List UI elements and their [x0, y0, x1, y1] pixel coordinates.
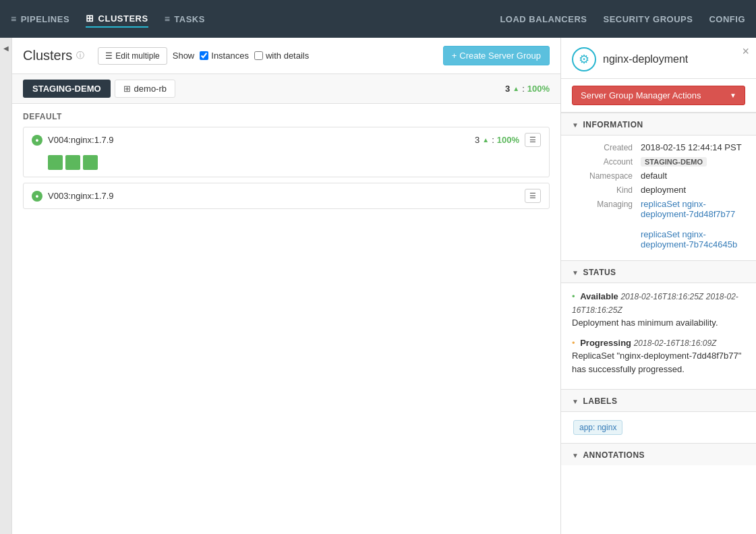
instances-checkbox-group[interactable]: Instances — [200, 51, 249, 61]
instances-checkbox[interactable] — [200, 51, 208, 60]
status-time-available: 2018-02-16T18:16:25Z — [620, 292, 703, 301]
info-icon[interactable]: ⓘ — [76, 50, 84, 61]
nav-tasks[interactable]: ≡ TASKS — [165, 10, 205, 28]
nav-load-balancers[interactable]: LOAD BALANCERS — [500, 11, 587, 27]
server-group-v003: ● V003:nginx:1.7.9 ☰ — [23, 183, 550, 209]
badge-percent: 100% — [527, 84, 550, 94]
section-header-annotations[interactable]: ▼ ANNOTATIONS — [561, 443, 756, 465]
nav-left: ≡ PIPELINES ⊞ CLUSTERS ≡ TASKS — [11, 10, 205, 28]
status-icon-v003: ● — [32, 191, 42, 202]
status-name-available: Available — [580, 291, 618, 301]
deployment-name: nginx-deployment — [603, 53, 688, 65]
instance-block-3 — [83, 155, 98, 170]
managing-value: replicaSet nginx-deployment-7dd48f7b77 r… — [641, 199, 745, 249]
status-item-progressing: • Progressing 2018-02-16T18:16:09Z Repli… — [572, 336, 745, 376]
nav-clusters[interactable]: ⊞ CLUSTERS — [86, 10, 148, 28]
plus-icon: + — [452, 51, 457, 61]
info-grid: Created 2018-02-15 12:44:14 PST Account … — [561, 136, 756, 260]
section-label-status: STATUS — [583, 268, 616, 277]
tab-demo-rb[interactable]: ⊞ demo-rb — [115, 80, 175, 98]
row-percent-v004: 100% — [497, 135, 519, 145]
header-controls: ☰ Edit multiple Show Instances with deta… — [98, 47, 309, 65]
labels-content: app: nginx — [561, 412, 756, 443]
status-dot-available: • — [572, 291, 575, 301]
server-name-v004: V004:nginx:1.7.9 — [48, 135, 469, 145]
kind-label: Kind — [572, 185, 633, 195]
section-header-status[interactable]: ▼ STATUS — [561, 260, 756, 283]
show-label: Show — [173, 51, 195, 61]
with-details-checkbox-group[interactable]: with details — [254, 51, 309, 61]
with-details-checkbox[interactable] — [254, 51, 263, 60]
sidebar-toggle[interactable]: ◀ — [0, 38, 12, 534]
row-list-button-v004[interactable]: ☰ — [525, 133, 541, 147]
row-arrow-v004: ▲ — [482, 136, 489, 144]
list-icon: ☰ — [105, 51, 113, 61]
managing-link-2[interactable]: replicaSet nginx-deployment-7b74c4645b — [641, 229, 737, 249]
section-toggle-information: ▼ — [572, 121, 579, 129]
create-server-group-button[interactable]: + Create Server Group — [443, 46, 550, 65]
server-group-manager-actions-button[interactable]: Server Group Manager Actions ▼ — [572, 86, 745, 105]
edit-multiple-button[interactable]: ☰ Edit multiple — [98, 47, 167, 65]
account-value: STAGING-DEMO — [641, 156, 745, 167]
default-group-label: DEFAULT — [23, 112, 550, 121]
managing-link-1[interactable]: replicaSet nginx-deployment-7dd48f7b77 — [641, 199, 735, 219]
account-badge: STAGING-DEMO — [641, 157, 707, 167]
nav-security-groups[interactable]: SECURITY GROUPS — [603, 11, 693, 27]
nav-tasks-label: TASKS — [174, 14, 205, 24]
clusters-icon: ⊞ — [86, 13, 94, 24]
nav-right: LOAD BALANCERS SECURITY GROUPS CONFIG — [500, 11, 745, 27]
info-row-kind: Kind deployment — [572, 185, 745, 195]
grid-icon: ⊞ — [123, 84, 131, 94]
info-row-namespace: Namespace default — [572, 171, 745, 181]
content-area: Clusters ⓘ ☰ Edit multiple Show Instance… — [12, 38, 560, 534]
instance-block-1 — [48, 155, 63, 170]
badge-count: 3 — [505, 84, 510, 94]
right-panel: ⚙ nginx-deployment × Server Group Manage… — [560, 38, 756, 534]
caret-icon: ▼ — [730, 92, 736, 99]
instance-blocks-v004 — [24, 152, 549, 177]
status-dot-progressing: • — [572, 338, 575, 348]
managing-label: Managing — [572, 199, 633, 249]
namespace-value: default — [641, 171, 745, 181]
status-name-progressing: Progressing — [580, 338, 631, 348]
nav-clusters-label: CLUSTERS — [98, 13, 148, 24]
info-row-created: Created 2018-02-15 12:44:14 PST — [572, 142, 745, 152]
server-group-v004: ● V004:nginx:1.7.9 3 ▲ : 100% ☰ — [23, 127, 550, 177]
badge-up-arrow: ▲ — [513, 85, 519, 92]
section-header-labels[interactable]: ▼ LABELS — [561, 389, 756, 412]
namespace-label: Namespace — [572, 171, 633, 181]
tasks-icon: ≡ — [165, 13, 171, 24]
server-name-v003: V003:nginx:1.7.9 — [48, 191, 519, 201]
section-label-information: INFORMATION — [583, 120, 643, 129]
section-toggle-labels: ▼ — [572, 398, 579, 405]
close-panel-button[interactable]: × — [742, 44, 749, 59]
sidebar-toggle-icon: ◀ — [3, 44, 9, 52]
nav-security-groups-label: SECURITY GROUPS — [603, 14, 693, 24]
tab-staging-demo[interactable]: STAGING-DEMO — [23, 80, 111, 98]
clusters-header: Clusters ⓘ ☰ Edit multiple Show Instance… — [12, 38, 560, 74]
row-badge-v004: 3 ▲ : 100% — [475, 135, 519, 145]
nav-load-balancers-label: LOAD BALANCERS — [500, 14, 587, 24]
close-icon: × — [742, 44, 749, 58]
section-label-annotations: ANNOTATIONS — [583, 450, 645, 460]
section-toggle-status: ▼ — [572, 269, 579, 276]
nav-config-label: CONFIG — [709, 14, 745, 24]
cluster-content: DEFAULT ● V004:nginx:1.7.9 3 ▲ : 100% ☰ — [12, 104, 560, 222]
nav-pipelines-label: PIPELINES — [21, 14, 69, 24]
page-title: Clusters ⓘ — [23, 48, 84, 63]
kubernetes-icon: ⚙ — [579, 52, 589, 67]
section-header-information[interactable]: ▼ INFORMATION — [561, 113, 756, 136]
pipelines-icon: ≡ — [11, 13, 17, 24]
info-row-managing: Managing replicaSet nginx-deployment-7dd… — [572, 199, 745, 249]
account-label: Account — [572, 156, 633, 167]
row-list-button-v003[interactable]: ☰ — [525, 189, 541, 203]
nav-pipelines[interactable]: ≡ PIPELINES — [11, 10, 69, 28]
server-row-header-v004: ● V004:nginx:1.7.9 3 ▲ : 100% ☰ — [24, 127, 549, 152]
badge-separator: : — [522, 84, 525, 94]
nav-config[interactable]: CONFIG — [709, 11, 745, 27]
row-sep-v004: : — [492, 135, 494, 145]
action-btn-container: Server Group Manager Actions ▼ — [561, 79, 756, 113]
deployment-icon: ⚙ — [572, 47, 596, 71]
created-label: Created — [572, 142, 633, 152]
panel-scroll: ▼ INFORMATION Created 2018-02-15 12:44:1… — [561, 113, 756, 534]
